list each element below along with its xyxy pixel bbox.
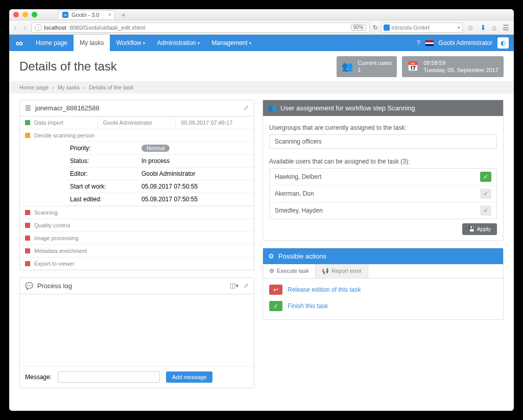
close-tab-icon[interactable]: × <box>108 11 111 18</box>
users-icon: 👥 <box>268 104 276 112</box>
priority-badge: Normal <box>141 145 170 152</box>
search-box[interactable]: intranda GmbH ▾ <box>381 22 463 33</box>
status-square-icon <box>25 133 30 138</box>
detail-k-status: Status: <box>66 155 137 167</box>
info-icon[interactable]: i <box>35 24 42 31</box>
nav-mytasks[interactable]: My tasks <box>74 35 110 51</box>
current-users-card[interactable]: 👥 Current users 1 <box>337 56 397 77</box>
actions-tabs: ⚙ Execute task 📢 Report error <box>263 264 503 278</box>
log-footer: Message: Add message <box>20 366 254 388</box>
breadcrumb-mytasks[interactable]: My tasks <box>58 84 80 90</box>
browser-tab[interactable]: ∞ Goobi - 3.0 × <box>58 10 115 19</box>
minimize-window-icon[interactable] <box>22 12 28 17</box>
collapse-icon[interactable]: ⤢ <box>244 104 249 111</box>
log-panel-header: 💬 Process log ◫▾ ⤢ <box>20 278 254 294</box>
user-row: Akerman, Don ✓ <box>270 185 496 202</box>
log-title: Process log <box>37 282 72 290</box>
step-row-scanning[interactable]: Scanning <box>20 206 254 219</box>
favicon-icon: ∞ <box>62 12 68 18</box>
back-icon[interactable]: ‹ <box>12 24 19 32</box>
nav-admin[interactable]: Administration▾ <box>151 35 206 51</box>
detail-v-edited: 05.09.2017 07:50:55 <box>137 193 254 205</box>
step-details: Priority:Normal Status:In process Editor… <box>66 142 254 206</box>
nav-management[interactable]: Management▾ <box>206 35 257 51</box>
current-user[interactable]: Goobi Administrator <box>439 39 492 46</box>
step-row-data-import[interactable]: Data import Goobi Administrator 05.09.20… <box>20 116 254 129</box>
close-window-icon[interactable] <box>13 12 19 17</box>
new-tab-button[interactable]: + <box>118 11 128 19</box>
assign-check-icon[interactable]: ✓ <box>480 172 491 182</box>
window-controls <box>13 12 37 17</box>
tab-title: Goobi - 3.0 <box>72 12 99 18</box>
action-finish[interactable]: ✓ Finish this task <box>263 298 503 314</box>
search-placeholder: intranda GmbH <box>392 25 430 31</box>
task-id: jonemacr_888162588 <box>35 104 100 112</box>
release-link[interactable]: Release edition of this task <box>288 286 361 293</box>
user-assignment-panel: 👥 User assignement for workflow step Sca… <box>263 100 504 241</box>
download-icon[interactable]: ⬇ <box>479 24 488 32</box>
status-square-icon <box>25 248 30 253</box>
step-row-quality[interactable]: Quality control <box>20 219 254 231</box>
message-label: Message: <box>25 374 52 381</box>
url-path: :8080/Goobi/uii/task_edit.xhtml <box>68 25 145 31</box>
logo-icon[interactable]: ∞ <box>9 37 30 49</box>
step-row-metadata[interactable]: Metadata enrichment <box>20 244 254 257</box>
action-release[interactable]: ↩ Release edition of this task <box>263 282 503 298</box>
forward-icon[interactable]: › <box>22 24 29 32</box>
nav-workflow[interactable]: Workflow▾ <box>110 35 151 51</box>
home-icon[interactable]: ⌂ <box>491 24 498 32</box>
chevron-down-icon: ▾ <box>249 41 251 45</box>
step-row-decide[interactable]: Decide scanning person <box>20 129 254 142</box>
tab-report-error[interactable]: 📢 Report error <box>316 264 368 278</box>
detail-v-start: 05.09.2017 07:50:55 <box>137 180 254 193</box>
actions-panel-header: ⚙ Possible actions <box>263 248 503 264</box>
check-icon: ✓ <box>269 301 282 311</box>
assign-check-icon[interactable]: ✓ <box>480 189 491 199</box>
language-flag-icon[interactable] <box>425 40 434 46</box>
detail-k-editor: Editor: <box>66 168 137 180</box>
task-panel-header: ☰ jonemacr_888162588 ⤢ <box>20 100 254 116</box>
app-viewport: ∞ Home page My tasks Workflow▾ Administr… <box>9 35 514 411</box>
reload-icon[interactable]: ↻ <box>373 24 378 31</box>
user-name: Smedley, Hayden <box>275 207 323 214</box>
datetime-card: 📅 09:58:59 Tuesday, 05. September 2017 <box>402 56 504 77</box>
usergroup-item[interactable]: Scanning officers <box>269 134 497 149</box>
user-row: Hawking, Delbert ✓ <box>270 169 496 185</box>
detail-v-status: In process <box>137 155 254 167</box>
current-users-count: 1 <box>358 66 392 74</box>
top-nav: ∞ Home page My tasks Workflow▾ Administr… <box>9 35 514 51</box>
breadcrumb: Home page › My tasks › Details of the ta… <box>9 81 514 94</box>
address-bar[interactable]: i localhost:8080/Goobi/uii/task_edit.xht… <box>31 22 369 33</box>
task-steps: Data import Goobi Administrator 05.09.20… <box>20 116 254 270</box>
user-avatar-icon[interactable]: ◐ <box>497 37 509 49</box>
finish-link[interactable]: Finish this task <box>288 302 328 310</box>
left-column: ☰ jonemacr_888162588 ⤢ Data import Goobi… <box>19 100 254 388</box>
status-square-icon <box>25 223 30 228</box>
available-users-table: Hawking, Delbert ✓ Akerman, Don ✓ Smedle… <box>269 168 497 219</box>
list-icon: ☰ <box>25 104 31 112</box>
page-header: Details of the task 👥 Current users 1 📅 … <box>9 51 514 81</box>
message-input[interactable] <box>58 371 160 383</box>
columns-icon[interactable]: ◫▾ <box>230 282 239 289</box>
bookmark-icon[interactable]: ☆ <box>466 24 476 32</box>
expand-icon[interactable]: ⤢ <box>244 282 249 289</box>
breadcrumb-current: Details of the task <box>89 84 133 90</box>
help-icon[interactable]: ? <box>417 39 420 46</box>
add-message-button[interactable]: Add message <box>166 371 212 383</box>
tab-execute[interactable]: ⚙ Execute task <box>263 264 316 278</box>
step-row-image[interactable]: Image processing <box>20 231 254 244</box>
browser-window: ∞ Goobi - 3.0 × + ‹ › i localhost:8080/G… <box>9 9 514 411</box>
calendar-icon: 📅 <box>407 61 418 72</box>
step-row-export[interactable]: Export to viewer <box>20 257 254 270</box>
nav-home[interactable]: Home page <box>30 35 74 51</box>
groups-label: Usergroups that are currently assigned t… <box>269 124 497 131</box>
zoom-level[interactable]: 90% <box>351 24 366 31</box>
status-square-icon <box>25 261 30 266</box>
apply-button[interactable]: 💾 Apply <box>462 223 497 235</box>
address-bar-row: ‹ › i localhost:8080/Goobi/uii/task_edit… <box>9 20 514 35</box>
breadcrumb-home[interactable]: Home page <box>19 84 49 90</box>
page-title: Details of the task <box>19 59 117 74</box>
menu-icon[interactable]: ☰ <box>501 24 511 32</box>
assign-check-icon[interactable]: ✓ <box>480 205 491 216</box>
maximize-window-icon[interactable] <box>32 12 37 17</box>
